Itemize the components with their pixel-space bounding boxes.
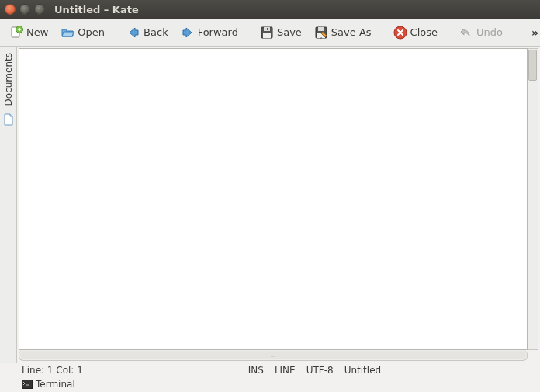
save-as-button[interactable]: Save As [308,23,378,43]
sidebar: Documents [0,47,17,363]
scrollbar-grip-icon: ⋯ [271,352,276,358]
svg-rect-7 [318,27,324,31]
toolbar-overflow-button[interactable]: » [531,26,537,39]
back-label: Back [144,26,168,38]
save-as-label: Save As [331,26,372,38]
close-label: Close [410,26,438,38]
new-button[interactable]: New [3,23,54,43]
open-label: Open [78,26,105,38]
window-close-button[interactable] [5,4,16,15]
text-editor[interactable] [19,48,528,350]
undo-label: Undo [476,26,503,38]
back-button[interactable]: Back [120,23,175,43]
sidebar-documents-tab[interactable]: Documents [3,50,14,109]
bottom-panel-bar: Terminal [0,376,540,392]
floppy-saveas-icon [314,26,328,40]
main-area: Documents ⋯ [0,47,540,363]
forward-button[interactable]: Forward [175,23,244,43]
document-icon[interactable] [3,113,14,126]
encoding[interactable]: UTF-8 [306,365,334,376]
close-x-icon [393,26,407,40]
undo-icon [459,26,473,40]
toolbar: New Open Back Forward Save Save As [0,19,540,47]
window-controls [5,4,45,15]
terminal-icon [22,380,33,389]
status-bar: Line: 1 Col: 1 INS LINE UTF-8 Untitled [0,363,540,376]
editor-container: ⋯ [17,47,540,363]
titlebar: Untitled – Kate [0,0,540,19]
floppy-save-icon [260,26,274,40]
cursor-position[interactable]: Line: 1 Col: 1 [22,365,83,376]
back-arrow-icon [126,26,140,40]
forward-arrow-icon [181,26,195,40]
undo-button[interactable]: Undo [453,23,509,43]
line-mode[interactable]: LINE [275,365,296,376]
window-minimize-button[interactable] [19,4,30,15]
new-label: New [26,26,48,38]
open-folder-icon [61,26,74,40]
new-file-icon [9,26,23,40]
window-maximize-button[interactable] [34,4,45,15]
open-button[interactable]: Open [54,23,111,43]
save-button[interactable]: Save [254,23,308,43]
window-title: Untitled – Kate [54,4,139,16]
horizontal-scrollbar[interactable]: ⋯ [19,350,528,361]
vertical-scrollbar[interactable] [528,48,538,350]
vertical-scrollbar-thumb[interactable] [528,50,537,81]
svg-rect-4 [263,33,271,38]
forward-label: Forward [198,26,238,38]
document-name[interactable]: Untitled [344,365,381,376]
save-label: Save [277,26,302,38]
insert-mode[interactable]: INS [248,365,264,376]
close-button[interactable]: Close [387,23,444,43]
terminal-tab[interactable]: Terminal [36,379,75,390]
svg-rect-5 [267,28,268,30]
